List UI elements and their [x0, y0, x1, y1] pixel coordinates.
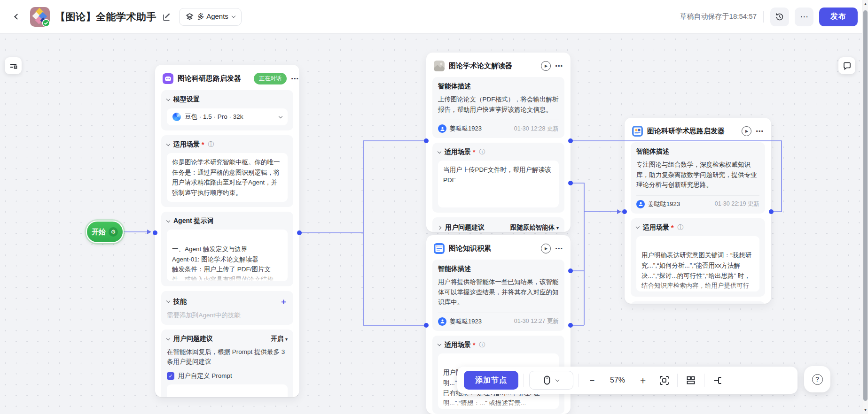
version-history-button[interactable] — [770, 8, 789, 26]
help-button[interactable]: ? — [804, 366, 830, 392]
page-title: 【图论】全能学术助手 — [55, 10, 156, 23]
agent-description-section: 智能体描述 上传图论论文（PDF格式），将会输出解析报告，帮助用户快速掌握该篇论… — [432, 77, 564, 138]
agent-title: 图论知识积累 — [449, 244, 491, 253]
required-mark: * — [202, 141, 204, 148]
question-suggestion-section: 用户问题建议 开启 ▾ 在智能体回复后，根据 Prompt 提供最多 3 条用户… — [161, 330, 293, 397]
scene-text: 用户明确表达研究意图关键词：“我想研究...”,“如何分析...”,“能否用xx… — [641, 252, 751, 291]
model-settings-header[interactable]: 模型设置 — [167, 95, 288, 104]
card-more-button[interactable]: ⋯ — [291, 74, 299, 83]
caret-down-icon: ▾ — [556, 225, 559, 230]
auto-layout-button[interactable] — [683, 372, 699, 388]
zoom-in-button[interactable]: ＋ — [635, 372, 651, 388]
scrollbar-thumb[interactable] — [863, 10, 868, 401]
pointer-mode-selector[interactable] — [529, 371, 573, 390]
agent-card-paper-reader[interactable]: 图论学术论文解读器 ▶ ⋯ 智能体描述 上传图论论文（PDF格式），将会输出解析… — [426, 53, 571, 232]
person-icon — [440, 126, 445, 131]
add-skill-button[interactable]: ＋ — [280, 296, 288, 307]
agent-prompt-header[interactable]: Agent 提示词 — [167, 217, 288, 225]
card-header: 图论知识积累 ▶ ⋯ — [432, 241, 564, 260]
mouse-icon — [544, 376, 550, 385]
layout-grid-icon — [686, 376, 696, 385]
agent-title: 图论科研学术思路启发器 — [647, 127, 725, 136]
suggestion-follow-value: 跟随原始智能体 — [510, 224, 555, 231]
updated-time: 01-30 12:27 更新 — [514, 317, 559, 325]
chevron-down-icon — [166, 337, 170, 340]
suggestion-follow-dropdown[interactable]: 跟随原始智能体 ▾ — [510, 223, 559, 232]
model-select[interactable]: 豆包 · 1.5 · Pro · 32k — [167, 108, 288, 125]
edit-title-button[interactable] — [162, 12, 172, 22]
section-label: 模型设置 — [173, 95, 200, 104]
toolbar-divider — [524, 374, 524, 387]
scroll-down-icon[interactable]: ▼ — [862, 408, 868, 412]
avatar — [438, 317, 446, 326]
custom-prompt-checkbox-row[interactable]: ✓ 用户自定义 Prompt — [167, 372, 288, 380]
question-suggestion-row[interactable]: 用户问题建议 跟随原始智能体 ▾ — [432, 217, 564, 232]
comment-bubble-icon — [843, 61, 852, 70]
fit-view-button[interactable] — [656, 372, 672, 388]
agent-description-section: 智能体描述 用户将提供给智能体一些已知结果，该智能体可以掌握这些结果，并将其存入… — [432, 260, 564, 331]
card-more-button[interactable]: ⋯ — [555, 61, 563, 70]
publish-button[interactable]: 发布 — [819, 8, 858, 26]
suggestion-state-dropdown[interactable]: 开启 ▾ — [271, 335, 288, 343]
collapse-panel-button[interactable] — [710, 372, 726, 388]
thumbnail-icon — [434, 61, 445, 71]
add-node-button[interactable]: 添加节点 — [464, 371, 518, 390]
person-icon — [440, 319, 445, 324]
node-list-toggle-button[interactable] — [5, 57, 22, 74]
suggestion-prompt-textarea[interactable]: - 问题应该与你最后一轮的回复紧密相关，可以引发进一步的讨论。 - 问题不要与上… — [167, 384, 288, 397]
checkbox-checked-icon[interactable]: ✓ — [167, 372, 174, 380]
description-label: 智能体描述 — [438, 265, 559, 273]
section-label: 适用场景 — [173, 140, 200, 149]
divider — [438, 313, 559, 313]
chevron-down-icon — [232, 14, 235, 18]
zoom-level[interactable]: 57% — [605, 376, 630, 384]
scene-textarea[interactable]: 你是图论学术研究智能中枢。你的唯一任务是：通过严格的意图识别逻辑，将用户请求精准… — [167, 153, 288, 202]
required-mark: * — [671, 224, 673, 231]
scene-header[interactable]: 适用场景 * ⓘ — [438, 341, 559, 349]
scene-header[interactable]: 适用场景 * ⓘ — [167, 140, 288, 149]
chevron-down-icon — [166, 142, 170, 146]
chevron-right-icon — [438, 226, 441, 230]
scroll-up-icon[interactable]: ▲ — [862, 2, 868, 6]
start-node[interactable]: 开始 ⚙ — [86, 221, 124, 243]
run-agent-button[interactable]: ▶ — [742, 126, 751, 136]
description-label: 智能体描述 — [438, 82, 559, 91]
collapse-icon — [713, 376, 723, 385]
comment-button[interactable] — [838, 57, 855, 74]
scene-textarea[interactable]: 当用户上传PDF文件时，帮用户解读该PDF — [438, 161, 559, 207]
zoom-out-button[interactable]: − — [584, 372, 600, 388]
run-agent-button[interactable]: ▶ — [541, 61, 551, 71]
run-agent-button[interactable]: ▶ — [541, 244, 551, 253]
app-logo — [30, 7, 50, 27]
back-button[interactable] — [10, 10, 23, 23]
agent-title: 图论科研思路启发器 — [178, 74, 241, 83]
agent-card-router[interactable]: 图论科研思路启发器 正在对话 ⋯ 模型设置 豆包 · 1.5 · Pro · 3… — [155, 65, 299, 397]
question-suggestion-header[interactable]: 用户问题建议 开启 ▾ — [167, 335, 288, 343]
status-badge: 正在对话 — [254, 73, 287, 84]
layers-icon — [186, 13, 194, 21]
more-actions-button[interactable]: ⋯ — [795, 8, 813, 26]
card-more-button[interactable]: ⋯ — [756, 127, 764, 136]
person-icon — [638, 201, 643, 207]
question-suggestion-row[interactable]: 用户问题建议 跟随原始智能体 ▾ — [631, 301, 765, 304]
fit-screen-icon — [659, 376, 669, 385]
scene-header[interactable]: 适用场景 * ⓘ — [636, 223, 759, 232]
canvas-toolbar: 添加节点 − 57% ＋ — [457, 367, 798, 394]
agent-card-research-ideas[interactable]: 图论科研学术思路启发器 ▶ ⋯ 智能体描述 专注图论与组合数学，深度检索权威知识… — [625, 118, 771, 304]
card-more-button[interactable]: ⋯ — [555, 244, 563, 253]
scene-textarea[interactable]: 用户明确表达研究意图关键词：“我想研究...”,“如何分析...”,“能否用xx… — [636, 236, 759, 291]
model-logo-icon — [172, 113, 181, 121]
section-label: 技能 — [173, 298, 187, 306]
top-bar: 【图论】全能学术助手 多 Agents 草稿自动保存于18:54:57 ⋯ 发布 — [0, 0, 868, 34]
divider — [438, 120, 559, 120]
page-scrollbar[interactable]: ▲ ▼ — [862, 0, 868, 414]
agents-mode-selector[interactable]: 多 Agents — [179, 8, 242, 26]
skills-section: 技能 ＋ 需要添加到Agent中的技能 — [161, 291, 293, 325]
agent-prompt-textarea[interactable]: 一、Agent 触发定义与边界 Agent-01: 图论学术论文解读器 触发条件… — [167, 230, 288, 281]
autosave-status: 草稿自动保存于18:54:57 — [680, 12, 757, 21]
scene-header[interactable]: 适用场景 * ⓘ — [438, 148, 559, 156]
agents-mode-label: 多 Agents — [197, 12, 228, 21]
description-label: 智能体描述 — [636, 147, 759, 156]
skills-header[interactable]: 技能 ＋ — [167, 296, 288, 307]
chevron-down-icon — [438, 342, 441, 346]
